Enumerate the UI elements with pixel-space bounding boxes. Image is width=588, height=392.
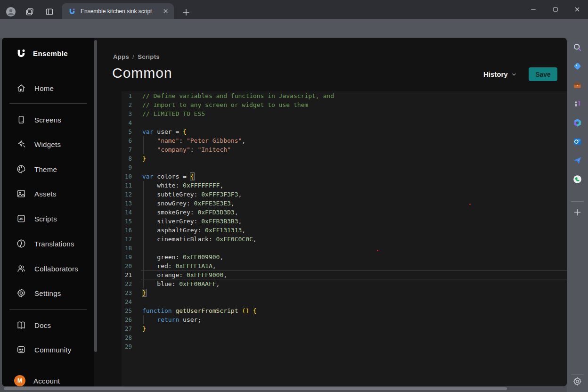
save-button[interactable]: Save [529,67,557,81]
code-line-10[interactable]: 10var colors = { [122,172,567,181]
code-line-3[interactable]: 3// LIMITED TO ES5 [122,109,567,118]
close-window-button[interactable] [573,6,581,13]
code-line-23[interactable]: 23} [122,288,567,297]
code-line-12[interactable]: 12 subtleGrey: 0xFFF3F3F3, [122,190,567,199]
code-line-27[interactable]: 27} [122,324,567,333]
line-number: 16 [122,226,132,235]
sidebar-item-settings[interactable]: Settings [16,286,61,301]
code-line-21[interactable]: 21 orange: 0xFFFF9000, [122,270,567,279]
code-text: } [142,288,146,297]
sidebar-item-assets[interactable]: Assets [16,186,57,201]
code-line-28[interactable]: 28 [122,333,567,342]
microsoft-365-icon[interactable] [572,118,582,128]
code-line-19[interactable]: 19 green: 0xFF009900, [122,253,567,261]
code-line-6[interactable]: 6 "name": "Peter Gibbons", [122,136,567,145]
code-line-22[interactable]: 22 blue: 0xFF00AAFF, [122,279,567,288]
code-text: function getUserFromScript () { [142,306,257,315]
minimize-button[interactable] [530,6,537,13]
sidebar-item-account[interactable]: M Account [14,373,60,386]
sidebar-item-label: Collaborators [34,265,78,273]
whatsapp-icon[interactable] [572,174,582,184]
browser-tab[interactable]: Ensemble kitchen sink script [62,3,174,19]
line-number: 22 [122,279,132,288]
maximize-button[interactable] [552,6,559,13]
sidebar-item-screens[interactable]: Screens [16,112,61,127]
code-text: var user = { [142,127,187,136]
sidebar-item-widgets[interactable]: Widgets [16,137,61,152]
code-line-1[interactable]: 1// Define variables and functions in Ja… [122,91,567,100]
code-text: subtleGrey: 0xFFF3F3F3, [142,190,242,199]
breadcrumb-scripts[interactable]: Scripts [138,53,160,60]
sidebar-item-label: Theme [34,165,57,173]
history-label: History [483,70,508,78]
tab-actions-icon[interactable] [45,7,54,16]
red-dot-artifact [469,204,471,205]
brand[interactable]: Ensemble [16,48,68,58]
code-line-2[interactable]: 2// Import to any screen or widget to us… [122,100,567,109]
line-number: 8 [122,154,132,163]
sidebar-scrollbar[interactable] [94,40,97,352]
sidebar-item-collaborators[interactable]: Collaborators [16,261,78,276]
line-number: 20 [122,261,132,270]
code-line-16[interactable]: 16 asphaltGrey: 0xFF131313, [122,226,567,235]
indent-guide [143,244,144,253]
code-line-4[interactable]: 4 [122,118,567,127]
code-line-7[interactable]: 7 "company": "Initech" [122,145,567,154]
code-line-5[interactable]: 5var user = { [122,127,567,136]
code-text: asphaltGrey: 0xFF131313, [142,226,245,235]
sidebar-item-theme[interactable]: Theme [16,162,57,177]
code-line-8[interactable]: 8} [122,154,567,163]
code-line-26[interactable]: 26 return user; [122,315,567,324]
sidebar-item-scripts[interactable]: JSScripts [16,211,57,226]
rail-divider [571,201,584,202]
sidebar-divider [9,309,87,310]
outlook-icon[interactable] [572,137,582,147]
code-text: var colors = { [142,172,194,181]
code-line-9[interactable]: 9 [122,163,567,172]
horizontal-scrollbar[interactable] [4,387,507,390]
search-icon[interactable] [572,42,582,52]
page-title: Common [112,65,172,81]
sidebar-item-community[interactable]: Community [16,342,72,357]
sidebar-item-label: Account [33,377,60,385]
code-text: silverGrey: 0xFFB3B3B3, [142,217,242,226]
line-number: 17 [122,235,132,244]
games-icon[interactable] [572,98,582,108]
close-tab-icon[interactable] [162,8,169,15]
rail-divider [571,375,584,375]
code-text: green: 0xFF009900, [142,253,223,261]
sidebar-settings-icon[interactable] [572,376,582,386]
sidebar-item-docs[interactable]: Docs [16,318,51,333]
sidebar-item-label: Home [34,84,54,92]
code-text: "company": "Initech" [142,145,231,154]
code-line-20[interactable]: 20 red: 0xFFFF1A1A, [122,261,567,270]
code-editor[interactable]: 1// Define variables and functions in Ja… [122,91,567,386]
code-line-17[interactable]: 17 cinematicBlack: 0xFF0C0C0C, [122,235,567,244]
history-dropdown[interactable]: History [483,70,517,78]
shopping-icon[interactable] [572,61,582,71]
code-line-15[interactable]: 15 silverGrey: 0xFFB3B3B3, [122,217,567,226]
ensemble-favicon-icon [68,8,76,15]
code-line-14[interactable]: 14 smokeGrey: 0xFFD3D3D3, [122,208,567,217]
sidebar-item-home[interactable]: Home [16,81,54,96]
breadcrumb-apps[interactable]: Apps [113,53,129,60]
line-number: 4 [122,118,132,127]
toolbox-icon[interactable] [572,80,582,90]
drop-icon[interactable] [572,155,582,165]
sidebar-item-translations[interactable]: Translations [16,236,74,251]
code-line-29[interactable]: 29 [122,342,567,351]
workspaces-icon[interactable] [25,7,34,16]
profile-avatar-icon[interactable] [6,7,16,17]
line-number: 12 [122,190,132,199]
code-line-25[interactable]: 25function getUserFromScript () { [122,306,567,315]
code-text: red: 0xFFFF1A1A, [142,261,216,270]
code-line-24[interactable]: 24 [122,297,567,306]
line-number: 5 [122,127,132,136]
line-number: 10 [122,172,132,181]
add-to-sidebar-icon[interactable] [572,207,582,217]
line-number: 18 [122,244,132,253]
code-line-11[interactable]: 11 white: 0xFFFFFFFF, [122,181,567,190]
code-line-18[interactable]: 18 [122,244,567,253]
new-tab-icon[interactable] [181,8,191,17]
code-line-13[interactable]: 13 snowGrey: 0xFFE3E3E3, [122,199,567,208]
